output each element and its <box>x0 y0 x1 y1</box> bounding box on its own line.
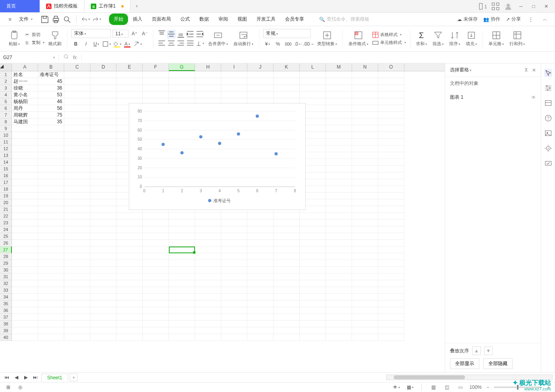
cell[interactable] <box>64 220 90 226</box>
col-header[interactable]: A <box>12 63 38 71</box>
align-top-icon[interactable] <box>157 30 166 38</box>
cell[interactable] <box>12 152 38 159</box>
cell[interactable] <box>378 213 404 220</box>
cell[interactable] <box>117 85 143 92</box>
cell[interactable] <box>300 71 326 78</box>
col-header[interactable]: O <box>378 63 404 71</box>
cell[interactable] <box>378 321 404 327</box>
cell[interactable] <box>64 300 90 307</box>
cell[interactable] <box>90 240 117 247</box>
row-header[interactable]: 2 <box>0 78 12 85</box>
cell[interactable]: 46 <box>38 98 64 105</box>
cell[interactable] <box>64 132 90 139</box>
format-painter-button[interactable]: 格式刷 <box>47 30 63 48</box>
cell[interactable] <box>64 280 90 287</box>
cell[interactable]: 36 <box>38 85 64 92</box>
row-header[interactable]: 40 <box>0 334 12 341</box>
wrap-text-button[interactable]: 自动换行 <box>232 30 255 48</box>
name-box[interactable]: G27▾ <box>0 55 59 60</box>
row-header[interactable]: 36 <box>0 307 12 314</box>
cell[interactable] <box>300 226 326 233</box>
cell[interactable] <box>247 253 274 260</box>
cell[interactable] <box>169 267 195 273</box>
cell[interactable] <box>38 280 64 287</box>
row-header[interactable]: 28 <box>0 253 12 260</box>
row-header[interactable]: 18 <box>0 186 12 193</box>
cell[interactable] <box>90 267 117 273</box>
align-center-icon[interactable] <box>167 39 176 48</box>
ribbon-tab-member[interactable]: 会员专享 <box>280 13 309 25</box>
cell[interactable] <box>247 273 274 280</box>
row-header[interactable]: 13 <box>0 152 12 159</box>
select-tool-icon[interactable] <box>544 69 552 77</box>
border-icon[interactable] <box>102 40 111 48</box>
justify-icon[interactable] <box>186 39 195 48</box>
cell[interactable] <box>12 327 38 334</box>
cell[interactable] <box>352 327 378 334</box>
cell[interactable] <box>300 213 326 220</box>
cell[interactable] <box>378 193 404 199</box>
cell[interactable] <box>169 247 195 253</box>
cell[interactable] <box>117 321 143 327</box>
sheet-last-icon[interactable]: ⏭ <box>31 373 40 382</box>
cell[interactable] <box>12 199 38 206</box>
cell[interactable] <box>143 213 169 220</box>
cell[interactable] <box>117 240 143 247</box>
row-header[interactable]: 3 <box>0 85 12 92</box>
view-page-icon[interactable]: ◫ <box>442 383 451 392</box>
row-header[interactable]: 31 <box>0 273 12 280</box>
save-icon[interactable] <box>40 15 49 24</box>
cell[interactable] <box>38 273 64 280</box>
cell[interactable] <box>90 233 117 240</box>
cell[interactable] <box>169 240 195 247</box>
cell[interactable] <box>169 300 195 307</box>
cell[interactable] <box>38 260 64 267</box>
cell[interactable] <box>378 327 404 334</box>
cell[interactable] <box>169 92 195 98</box>
cell[interactable] <box>274 71 300 78</box>
row-header[interactable]: 33 <box>0 287 12 294</box>
settings-rail-icon[interactable] <box>544 84 552 92</box>
row-header[interactable]: 16 <box>0 172 12 179</box>
cell[interactable] <box>221 85 247 92</box>
cell[interactable] <box>352 253 378 260</box>
cell[interactable] <box>378 98 404 105</box>
font-size-select[interactable]: 11 <box>113 30 128 38</box>
cell[interactable] <box>195 273 221 280</box>
row-header[interactable]: 19 <box>0 193 12 199</box>
help-rail-icon[interactable]: ? <box>544 114 552 122</box>
maximize-button[interactable]: □ <box>530 2 538 10</box>
cell[interactable] <box>352 280 378 287</box>
cell[interactable] <box>38 287 64 294</box>
cell[interactable] <box>12 314 38 321</box>
cell[interactable] <box>143 273 169 280</box>
cell[interactable] <box>221 213 247 220</box>
cell[interactable] <box>90 125 117 132</box>
cell[interactable] <box>90 273 117 280</box>
cell[interactable] <box>378 273 404 280</box>
cell[interactable] <box>90 85 117 92</box>
cell[interactable] <box>326 159 352 166</box>
row-header[interactable]: 30 <box>0 267 12 273</box>
row-header[interactable]: 1 <box>0 71 12 78</box>
cell[interactable] <box>274 220 300 226</box>
cell[interactable] <box>117 247 143 253</box>
row-header[interactable]: 17 <box>0 179 12 186</box>
cell[interactable] <box>90 253 117 260</box>
row-header[interactable]: 6 <box>0 105 12 112</box>
zoom-value[interactable]: 100% <box>469 384 482 390</box>
cell[interactable] <box>90 139 117 145</box>
cell[interactable] <box>195 253 221 260</box>
cell[interactable] <box>326 71 352 78</box>
cell[interactable] <box>90 112 117 119</box>
cell[interactable] <box>221 233 247 240</box>
col-header[interactable]: D <box>90 63 117 71</box>
cell[interactable] <box>300 85 326 92</box>
cell[interactable] <box>274 240 300 247</box>
cell[interactable] <box>378 186 404 193</box>
cell[interactable] <box>221 321 247 327</box>
cell[interactable] <box>221 220 247 226</box>
menu-icon[interactable]: ≡ <box>6 15 14 24</box>
cell[interactable] <box>12 172 38 179</box>
paste-button[interactable]: 粘贴 <box>7 30 21 48</box>
